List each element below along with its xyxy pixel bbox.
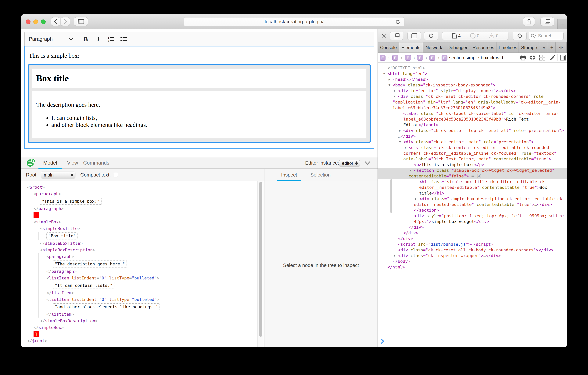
breadcrumb-element-badge[interactable]: E (430, 55, 435, 61)
model-tree-line[interactable]: <simpleBox> (27, 219, 257, 225)
dom-tree-line[interactable]: <!DOCTYPE html> (378, 65, 567, 71)
breadcrumb-element-badge[interactable]: E (417, 55, 423, 61)
inspector-tab-timelines[interactable]: Timelines (497, 43, 518, 53)
layout-grid-icon[interactable] (539, 55, 545, 60)
root-select[interactable]: main (41, 172, 75, 178)
inspector-tab-console[interactable]: Console (378, 43, 399, 53)
dom-tree-line[interactable]: ▼<body class="ck-inspector-body-expanded… (378, 82, 567, 88)
model-tree-line[interactable]: ] (27, 331, 257, 337)
back-button[interactable] (51, 17, 60, 26)
dom-tree-line[interactable]: ▼<section class="simple-box ck-widget ck… (378, 168, 567, 173)
bold-button[interactable]: B (80, 33, 91, 45)
breadcrumb-element-badge[interactable]: E (441, 55, 447, 61)
dom-tree-line[interactable]: editor__nested-editable" contenteditable… (378, 185, 567, 190)
detach-inspector-button[interactable] (390, 32, 403, 40)
inspector-tab-new[interactable]: + (548, 43, 556, 53)
dom-tree-line[interactable]: contenteditable="false"> = $0 (378, 173, 567, 179)
dom-tree-line[interactable]: …</div> (378, 133, 567, 139)
close-window-button[interactable] (26, 20, 31, 24)
quick-console[interactable] (378, 336, 567, 347)
dom-tree-line[interactable]: </div> (378, 230, 567, 236)
styles-paintbrush-icon[interactable] (549, 55, 556, 60)
dom-tree-line[interactable]: <script src="dist/bundle.js"></script> (378, 242, 567, 247)
model-tree[interactable]: <$root><paragraph>"This is a simple box:… (21, 181, 257, 347)
dom-tree-line[interactable]: aria-label="Rich Text Editor, main" cont… (378, 156, 567, 162)
model-tree-line[interactable]: [ (27, 212, 257, 219)
inspector-tab-settings[interactable]: ⚙ (556, 43, 567, 53)
tab-view[interactable]: View (62, 157, 83, 169)
tab-inspect[interactable]: Inspect (277, 169, 301, 181)
breadcrumb-element-badge[interactable]: E (392, 55, 398, 61)
expanded-arrow-icon[interactable]: ▼ (410, 168, 412, 173)
expanded-arrow-icon[interactable]: ▼ (394, 94, 396, 99)
collapse-inspector-button[interactable] (364, 161, 371, 165)
expanded-arrow-icon[interactable]: ▼ (388, 82, 390, 88)
numbered-list-button[interactable]: 1 2 (105, 33, 117, 45)
model-tree-line[interactable]: </simpleBox> (27, 324, 257, 331)
show-source-code-icon[interactable] (529, 55, 536, 60)
dom-tree-line[interactable]: ▶<head>…</head> (378, 77, 567, 82)
dom-tree-line[interactable]: 42px;">simple box widget</div> (378, 219, 567, 224)
inspector-search-field[interactable]: Search (529, 32, 564, 40)
expanded-arrow-icon[interactable]: ▼ (399, 139, 401, 145)
dom-tree-line[interactable]: "application" dir="ltr" lang="en" aria-l… (378, 99, 567, 105)
dom-tree-line[interactable]: corners ck-editor__editable_inline ck-fo… (378, 151, 567, 156)
model-tree-line[interactable]: </$root> (27, 337, 257, 344)
model-tree-line[interactable]: "The description goes here." (27, 260, 257, 268)
model-tree-line[interactable]: </paragraph> (27, 205, 257, 212)
inspector-tab-overflow[interactable]: » (540, 43, 548, 53)
collapsed-arrow-icon[interactable]: ▶ (394, 88, 396, 94)
dom-tree-line[interactable]: </html> (378, 264, 567, 270)
model-tree-line[interactable]: </listItem> (27, 289, 257, 296)
model-tree-line[interactable]: <paragraph> (27, 253, 257, 260)
inspector-tab-storage[interactable]: Storage (518, 43, 540, 53)
model-tree-line[interactable]: <listItem listIndent="0" listType="bulle… (27, 296, 257, 303)
collapsed-arrow-icon[interactable]: ▶ (388, 77, 390, 82)
tab-model[interactable]: Model (38, 157, 62, 169)
rich-text-editable[interactable]: This is a simple box: Box title The desc… (24, 46, 374, 149)
minimize-window-button[interactable] (33, 20, 38, 24)
dom-tree-line[interactable]: </div> (378, 224, 567, 230)
dom-tree-line[interactable]: ▼<html lang="en"> (378, 71, 567, 77)
model-tree-line[interactable]: <listItem listIndent="0" listType="bulle… (27, 275, 257, 281)
dom-tree-line[interactable]: label_e63cbbfece34c53ce23501062343f49b8"… (378, 105, 567, 111)
dom-tree-line[interactable]: editor__nested-editable" contenteditable… (378, 202, 567, 207)
forward-button[interactable] (61, 17, 70, 26)
expanded-arrow-icon[interactable]: ▼ (383, 71, 385, 77)
collapsed-arrow-icon[interactable]: ▶ (415, 196, 417, 202)
dom-tree-line[interactable]: <label class="ck ck-label ck-voice-label… (378, 111, 567, 116)
address-bar[interactable]: localhost/creating-a-plugin/ (184, 17, 404, 26)
print-icon[interactable] (520, 55, 526, 60)
sidebar-toggle-button[interactable] (74, 17, 88, 26)
model-tree-line[interactable]: </simpleBoxTitle> (27, 240, 257, 247)
breadcrumb-element-badge[interactable]: E (405, 55, 411, 61)
model-tree-line[interactable]: <$root> (27, 184, 257, 190)
model-text-node[interactable]: "This is a simple box:" (40, 198, 102, 205)
dom-tree-line[interactable]: </div> (378, 236, 567, 242)
simple-box-description[interactable]: The description goes here. It can contai… (32, 91, 366, 138)
collapsed-arrow-icon[interactable]: ▶ (394, 253, 396, 259)
reload-page-button[interactable] (424, 32, 438, 40)
dom-tree-line[interactable]: title</h1> (378, 190, 567, 196)
dom-tree-line[interactable]: <div class="ck ck-reset_all ck-body ck-r… (378, 247, 567, 253)
close-inspector-icon[interactable] (382, 34, 386, 38)
model-text-node[interactable]: "The description goes here." (53, 261, 127, 267)
zoom-window-button[interactable] (41, 20, 46, 24)
share-button[interactable] (523, 17, 535, 26)
model-tree-line[interactable]: <paragraph> (27, 190, 257, 197)
dom-tree-line[interactable]: Editor</label> (378, 122, 567, 128)
activity-badges[interactable]: 4 ! 0 ! (442, 32, 508, 40)
simple-box-widget[interactable]: Box title The description goes here. It … (29, 65, 370, 142)
dom-tree[interactable]: <!DOCTYPE html>▼<html lang="en">▶<head>…… (378, 63, 567, 336)
simple-box-title[interactable]: Box title (32, 69, 366, 88)
inspector-tab-elements[interactable]: Elements (399, 43, 423, 53)
reload-icon[interactable] (396, 20, 400, 24)
model-tree-line[interactable]: "It can contain lists," (27, 281, 257, 289)
inspector-tab-network[interactable]: Network (423, 43, 445, 53)
collapsed-arrow-icon[interactable]: ▶ (399, 128, 401, 133)
editable-paragraph[interactable]: This is a simple box: (29, 52, 370, 59)
model-tree-line[interactable]: <simpleBoxDescription> (27, 247, 257, 253)
model-text-node[interactable]: "Box title" (46, 232, 78, 239)
compact-text-checkbox[interactable] (114, 173, 118, 177)
model-tree-line[interactable]: </listItem> (27, 311, 257, 318)
